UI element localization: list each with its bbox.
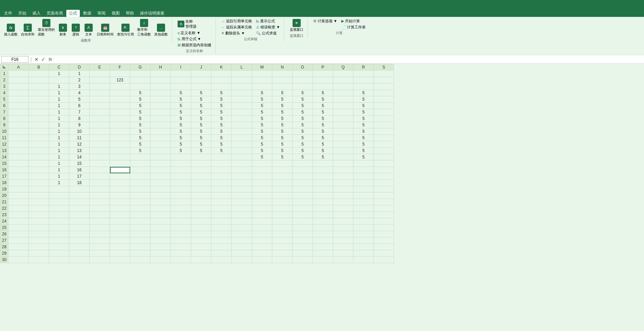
cell-G29[interactable] [130,250,151,257]
cell-K11[interactable]: 5 [211,135,232,141]
col-header-A[interactable]: A [8,64,29,71]
logic-button[interactable]: ? 逻辑 [70,23,82,37]
cell-G8[interactable]: 5 [130,116,151,122]
cell-E30[interactable] [90,257,110,263]
cell-S12[interactable] [374,141,394,148]
cell-D22[interactable] [69,205,90,212]
cell-G20[interactable] [130,193,151,199]
row-header-26[interactable]: 26 [0,231,8,237]
cell-G27[interactable] [130,237,151,244]
cell-A29[interactable] [8,250,29,257]
cell-F26[interactable] [110,231,130,237]
cell-O6[interactable]: 5 [293,103,313,109]
cell-N15[interactable] [272,160,293,167]
cell-C17[interactable]: 1 [49,173,69,180]
sheet-area[interactable]: ABCDEFGHIJKLMNOPQRS 11122123313414555555… [0,64,644,331]
cell-J30[interactable] [191,257,211,263]
cell-S6[interactable] [374,103,394,109]
cell-A14[interactable] [8,154,29,160]
cell-R25[interactable] [353,225,374,231]
cell-S8[interactable] [374,116,394,122]
cell-G28[interactable] [130,244,151,250]
show-formulas-button[interactable]: fx 显示公式 [255,18,281,24]
cell-F10[interactable] [110,128,130,135]
cell-O11[interactable]: 5 [293,135,313,141]
cell-D18[interactable]: 18 [69,180,90,186]
cell-G7[interactable]: 5 [130,109,151,116]
cell-F13[interactable] [110,148,130,154]
cell-M29[interactable] [252,250,272,257]
cell-P30[interactable] [313,257,333,263]
cell-B12[interactable] [29,141,49,148]
cell-H15[interactable] [151,160,171,167]
cell-P27[interactable] [313,237,333,244]
cell-L16[interactable] [232,167,252,173]
row-header-1[interactable]: 1 [0,71,8,77]
cell-E20[interactable] [90,193,110,199]
cell-Q26[interactable] [333,231,353,237]
col-header-E[interactable]: E [90,64,110,71]
cell-E18[interactable] [90,180,110,186]
col-header-S[interactable]: S [374,64,394,71]
cell-G19[interactable] [130,186,151,193]
cell-M28[interactable] [252,244,272,250]
cell-H9[interactable] [151,122,171,128]
cell-Q8[interactable] [333,116,353,122]
cell-F1[interactable] [110,71,130,77]
cell-D5[interactable]: 5 [69,96,90,103]
cell-B22[interactable] [29,205,49,212]
cell-K7[interactable]: 5 [211,109,232,116]
cell-K16[interactable] [211,167,232,173]
cell-F4[interactable] [110,90,130,96]
cell-R21[interactable] [353,199,374,205]
cell-E29[interactable] [90,250,110,257]
cell-H28[interactable] [151,244,171,250]
cell-K15[interactable] [211,160,232,167]
cell-M19[interactable] [252,186,272,193]
cell-S10[interactable] [374,128,394,135]
col-header-P[interactable]: P [313,64,333,71]
cell-P16[interactable] [313,167,333,173]
cell-O29[interactable] [293,250,313,257]
cell-A11[interactable] [8,135,29,141]
cell-B27[interactable] [29,237,49,244]
cell-C12[interactable]: 1 [49,141,69,148]
cell-D29[interactable] [69,250,90,257]
cell-K13[interactable]: 5 [211,148,232,154]
cell-D28[interactable] [69,244,90,250]
cell-N22[interactable] [272,205,293,212]
cell-K10[interactable]: 5 [211,128,232,135]
cell-A12[interactable] [8,141,29,148]
cell-J11[interactable]: 5 [191,135,211,141]
cell-K28[interactable] [211,244,232,250]
cell-L26[interactable] [232,231,252,237]
cell-P5[interactable]: 5 [313,96,333,103]
cell-I25[interactable] [171,225,191,231]
cell-O9[interactable]: 5 [293,122,313,128]
row-header-21[interactable]: 21 [0,199,8,205]
cell-D2[interactable]: 2 [69,77,90,83]
cell-L13[interactable] [232,148,252,154]
cell-C9[interactable]: 1 [49,122,69,128]
cell-C30[interactable] [49,257,69,263]
row-header-10[interactable]: 10 [0,128,8,135]
cell-J24[interactable] [191,218,211,225]
col-header-G[interactable]: G [130,64,151,71]
cell-S21[interactable] [374,199,394,205]
cell-K2[interactable] [211,77,232,83]
cell-S2[interactable] [374,77,394,83]
cell-Q23[interactable] [333,212,353,218]
cell-B26[interactable] [29,231,49,237]
cell-M9[interactable]: 5 [252,122,272,128]
cell-M16[interactable] [252,167,272,173]
cell-G4[interactable]: 5 [130,90,151,96]
cell-R10[interactable]: 5 [353,128,374,135]
cell-O20[interactable] [293,193,313,199]
cell-F29[interactable] [110,250,130,257]
cell-J8[interactable]: 5 [191,116,211,122]
cell-J9[interactable]: 5 [191,122,211,128]
row-header-12[interactable]: 12 [0,141,8,148]
cell-B19[interactable] [29,186,49,193]
cell-H13[interactable] [151,148,171,154]
cell-M20[interactable] [252,193,272,199]
